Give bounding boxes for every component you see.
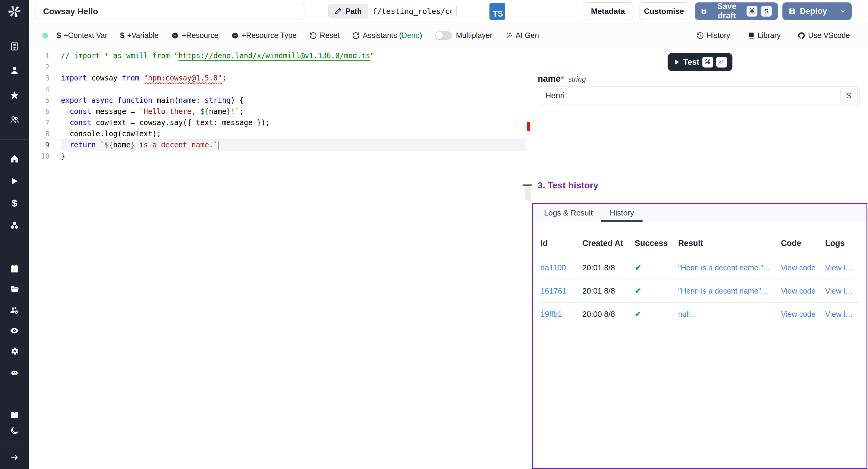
code-line[interactable]	[61, 84, 526, 95]
typescript-badge: TS	[490, 3, 505, 20]
edit-path-button[interactable]: Path	[329, 4, 368, 18]
folders-icon[interactable]	[9, 284, 20, 294]
overview-ruler[interactable]	[525, 48, 532, 469]
add-context-var-button[interactable]: $ +Context Var	[57, 31, 107, 40]
view-code-link[interactable]: View code	[781, 287, 825, 295]
tab-history[interactable]: History	[601, 204, 643, 222]
view-logs-link[interactable]: View logs	[825, 287, 859, 295]
book-icon	[747, 32, 755, 39]
path-input[interactable]	[368, 4, 456, 18]
code-line[interactable]: }	[61, 151, 526, 162]
sidebar: $	[0, 0, 29, 469]
editor-toolbar: $ +Context Var $ +Variable +Resource +Re…	[29, 23, 868, 48]
view-code-link[interactable]: View code	[781, 310, 825, 319]
content: 12345678910 // import * as wmill from "h…	[29, 48, 868, 469]
workers-group-gear-icon[interactable]	[9, 305, 20, 316]
pencil-icon	[335, 7, 342, 15]
code-line[interactable]: console.log(cowText);	[61, 128, 526, 139]
line-number: 4	[36, 84, 50, 95]
home-icon[interactable]	[9, 153, 20, 164]
windmill-logo[interactable]	[7, 4, 22, 19]
run-id-link[interactable]: 19ffb1	[540, 310, 582, 319]
deploy-label: Deploy	[800, 7, 827, 16]
save-draft-button[interactable]: Save draft ⌘ S	[695, 2, 778, 20]
history-col: Result	[678, 239, 781, 248]
expand-sidebar-arrow-icon[interactable]	[9, 452, 20, 463]
deploy-dropdown-button[interactable]	[833, 2, 852, 20]
schedules-calendar-icon[interactable]	[9, 263, 20, 274]
line-number: 2	[36, 61, 50, 73]
reset-button[interactable]: Reset	[309, 31, 339, 40]
history-row: 16176120:01 8/8✔"Henri is a decent name"…	[540, 279, 859, 302]
customise-button[interactable]: Customise	[640, 2, 688, 20]
line-number: 10	[36, 151, 50, 162]
success-check-icon: ✔	[635, 263, 678, 273]
scrollbar-slider[interactable]	[525, 187, 531, 199]
line-number: 9	[36, 139, 50, 151]
path-label: Path	[345, 7, 362, 16]
required-marker: *	[561, 74, 564, 84]
success-check-icon: ✔	[635, 310, 678, 319]
code-line[interactable]: // import * as wmill from "https://deno.…	[61, 50, 526, 61]
library-button[interactable]: Library	[747, 31, 781, 40]
text-cursor	[218, 141, 218, 150]
success-check-icon: ✔	[635, 286, 678, 296]
test-button[interactable]: Test ⌘ ↵	[668, 53, 733, 71]
view-logs-link[interactable]: View logs	[825, 263, 859, 272]
ai-gen-button[interactable]: AI Gen	[505, 31, 539, 40]
line-number: 7	[36, 117, 50, 128]
multiplayer-label: Multiplayer	[456, 31, 493, 40]
code-editor[interactable]: 12345678910 // import * as wmill from "h…	[29, 48, 532, 469]
path-group: Path	[328, 4, 457, 19]
refresh-icon	[352, 32, 360, 39]
view-code-link[interactable]: View code	[781, 263, 825, 272]
assistants-button[interactable]: Assistants (Deno)	[352, 31, 422, 40]
user-icon[interactable]	[9, 65, 20, 76]
github-octocat-icon	[798, 32, 805, 39]
resources-cubes-icon[interactable]	[9, 220, 20, 231]
settings-gear-icon[interactable]	[9, 346, 20, 356]
code-line[interactable]: const message = `Hello there, ${name}!`;	[61, 106, 526, 117]
code-line[interactable]	[61, 61, 526, 73]
docs-book-icon[interactable]	[9, 410, 20, 421]
add-resource-button[interactable]: +Resource	[171, 31, 218, 40]
chevron-down-icon	[839, 7, 846, 15]
result-link[interactable]: "Henri is a decent name"...	[678, 287, 781, 295]
use-vscode-button[interactable]: Use VScode	[798, 31, 850, 40]
right-panel: Test ⌘ ↵ name* string $ 3. Test history …	[532, 48, 868, 469]
magic-wand-icon	[505, 32, 513, 39]
line-number: 3	[36, 73, 50, 84]
save-icon	[788, 7, 796, 15]
code-line[interactable]: const cowText = cowsay.say({ text: messa…	[61, 117, 526, 128]
code-line[interactable]: import cowsay from "npm:cowsay@1.5.0";	[61, 73, 526, 84]
insert-variable-button[interactable]: $	[840, 88, 858, 103]
add-resource-type-button[interactable]: +Resource Type	[231, 31, 297, 40]
dark-mode-moon-icon[interactable]	[9, 425, 20, 436]
name-arg-input[interactable]	[538, 91, 840, 100]
workspace-building-icon[interactable]	[9, 41, 20, 52]
add-variable-button[interactable]: $ +Variable	[120, 31, 158, 40]
runs-play-icon[interactable]	[9, 176, 20, 187]
audit-eye-icon[interactable]	[9, 325, 20, 336]
cursor-marker	[523, 184, 532, 186]
arg-field-label: name* string	[538, 74, 586, 84]
multiplayer-toggle[interactable]	[435, 31, 452, 40]
result-link[interactable]: null...	[678, 310, 781, 319]
script-name-input[interactable]	[36, 3, 304, 20]
error-marker	[527, 122, 530, 131]
history-button[interactable]: History	[696, 31, 730, 40]
run-id-link[interactable]: 161761	[540, 286, 582, 296]
tab-logs-result[interactable]: Logs & Result	[535, 204, 601, 222]
metadata-button[interactable]: Metadata	[583, 2, 633, 20]
favorites-star-icon[interactable]	[9, 90, 20, 101]
code-line[interactable]: export async function main(name: string)…	[61, 95, 526, 106]
view-logs-link[interactable]: View logs	[825, 310, 859, 319]
history-row: 19ffb120:00 8/8✔null...View codeView log…	[540, 302, 859, 325]
groups-icon[interactable]	[9, 114, 20, 125]
variables-dollar-icon[interactable]: $	[9, 198, 20, 209]
deploy-button[interactable]: Deploy	[782, 2, 833, 20]
robot-icon[interactable]	[9, 367, 20, 378]
code-line[interactable]: return `${name} is a decent name.`	[61, 139, 526, 151]
result-link[interactable]: "Henri is a decent name."...	[678, 263, 781, 272]
run-id-link[interactable]: da1100	[540, 263, 582, 273]
